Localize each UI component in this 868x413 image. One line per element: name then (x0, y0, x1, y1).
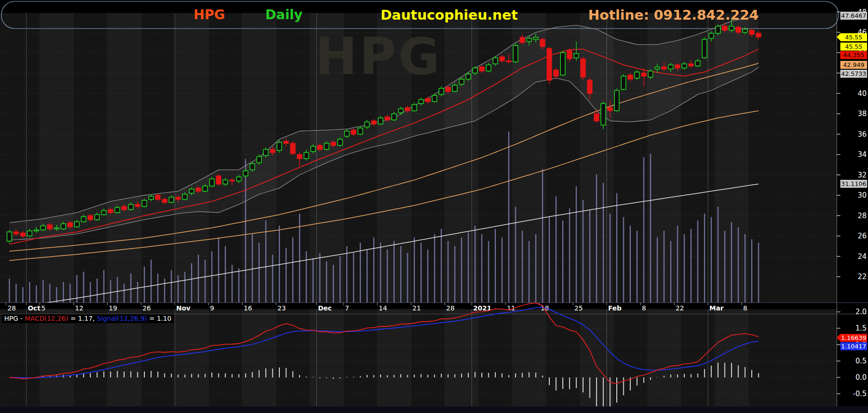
date-label: Mar (710, 304, 724, 312)
candle-down (135, 205, 140, 206)
candle-up (344, 131, 349, 136)
axis-value-tag: 42.5733 (840, 70, 867, 78)
candle-down (554, 70, 558, 76)
candle-up (102, 211, 106, 215)
macd-tick-label: 1.5 (855, 324, 867, 332)
date-label: Dec (318, 304, 331, 312)
price-tick-label: 38 (858, 110, 867, 118)
candle-down (68, 223, 73, 227)
candle-down (216, 176, 221, 184)
axis-value-tag: 1.16639 (840, 334, 867, 342)
macd-tick-label: 0.5 (855, 357, 867, 365)
date-label: 26 (142, 304, 151, 312)
candle-up (358, 128, 363, 134)
candle-up (702, 39, 707, 58)
candle-up (561, 53, 565, 75)
macd-tick-label: -0.5 (853, 390, 867, 398)
candle-up (263, 149, 268, 155)
price-tick-label: 22 (858, 273, 867, 281)
date-label: 28 (446, 304, 455, 312)
candle-up (365, 122, 369, 127)
candle-down (426, 98, 430, 102)
candle-up (54, 228, 59, 229)
candle-up (324, 143, 329, 149)
axis-value-tag: 45.55 (840, 33, 867, 41)
candle-up (169, 197, 174, 202)
candle-up (729, 26, 734, 30)
candle-up (182, 194, 187, 199)
candle-up (338, 139, 343, 145)
candle-up (709, 33, 714, 38)
candle-down (608, 108, 613, 111)
candle-down (88, 216, 93, 220)
candle-down (500, 57, 504, 61)
axis-value-tag: 47.6467 (840, 12, 867, 20)
week-band (40, 309, 74, 406)
candle-down (581, 59, 585, 77)
candle-up (95, 214, 99, 220)
date-label: 14 (379, 304, 387, 312)
timeframe-label: Daily (265, 7, 303, 22)
date-label: 12 (75, 304, 83, 312)
week-band (242, 309, 276, 406)
price-tick-label: 28 (858, 212, 867, 220)
candle-up (682, 64, 687, 68)
candle-up (716, 26, 720, 33)
chart-window: HPG48464442403836343230282624222.01.51.0… (0, 0, 868, 413)
candle-up (189, 189, 194, 193)
week-band (175, 13, 209, 302)
candle-up (459, 79, 464, 84)
signal-series-name: Signal(12,26,9) (97, 315, 147, 322)
candle-up (27, 231, 32, 236)
macd-legend-symbol: HPG - (4, 315, 25, 322)
candle-down (662, 67, 666, 69)
candle-up (34, 230, 39, 231)
candle-up (250, 164, 254, 170)
candle-up (7, 232, 12, 241)
candle-up (648, 71, 653, 77)
candle-up (378, 118, 383, 124)
week-band (107, 13, 141, 302)
candle-up (743, 29, 748, 32)
week-band (647, 309, 681, 406)
candle-up (304, 153, 309, 159)
candle-up (473, 68, 478, 73)
date-label: 23 (277, 304, 286, 312)
candle-up (614, 90, 619, 111)
candle-down (291, 143, 295, 154)
candle-up (635, 72, 639, 78)
candle-down (122, 206, 127, 210)
date-label: 22 (676, 304, 684, 312)
candle-up (223, 180, 228, 184)
candle-down (21, 233, 25, 236)
candle-up (392, 114, 397, 120)
candle-up (452, 85, 457, 91)
candle-up (655, 67, 659, 69)
candle-down (162, 199, 167, 203)
signal-series-value: = 1.10 (147, 315, 172, 322)
hotline-label: Hotline: 0912.842.224 (588, 7, 759, 23)
candle-up (696, 61, 700, 66)
axis-value-tag: 45.55 (840, 43, 867, 51)
candle-down (317, 145, 322, 149)
candle-up (149, 196, 153, 199)
price-tick-label: 24 (858, 252, 867, 261)
price-chart-canvas[interactable]: HPG48464442403836343230282624222.01.51.0… (0, 0, 868, 413)
price-tick-label: 32 (858, 171, 867, 179)
candle-down (688, 64, 693, 66)
axis-value-tag: 31.1106 (840, 180, 867, 188)
candle-up (203, 186, 208, 191)
candle-down (587, 80, 592, 93)
date-label: Nov (176, 304, 190, 312)
date-label: 5 (41, 304, 45, 312)
candle-down (385, 117, 389, 120)
week-band (715, 309, 748, 406)
website-label: Dautucophieu.net (381, 7, 518, 23)
candle-up (115, 207, 120, 213)
week-band (107, 309, 141, 406)
candle-down (479, 67, 484, 71)
candle-up (668, 65, 673, 69)
candle-down (507, 61, 511, 62)
candle-down (405, 108, 410, 111)
candle-down (47, 225, 52, 229)
